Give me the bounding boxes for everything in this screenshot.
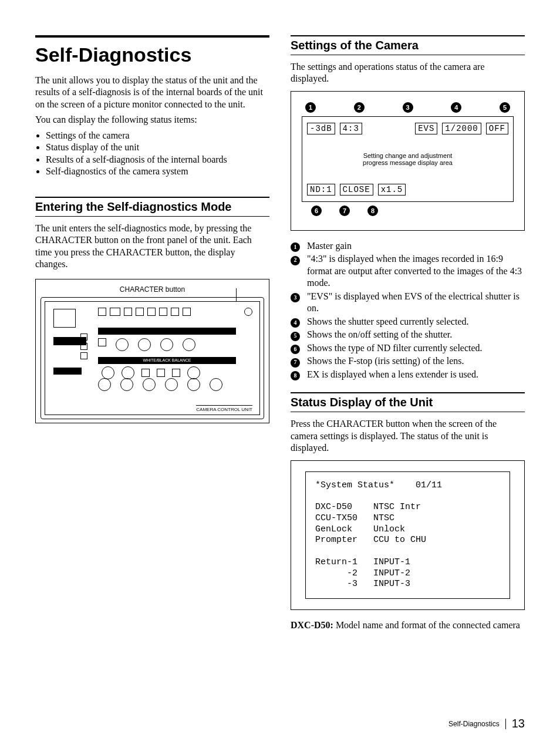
camera-settings-heading: Settings of the Camera xyxy=(291,35,525,55)
screen-message-line1: Setting change and adjustment xyxy=(307,152,508,159)
section-label-bar xyxy=(98,328,236,335)
definition-text: Shows the type of ND filter currently se… xyxy=(307,342,483,354)
button-icon xyxy=(110,308,120,316)
bottom-badge-row: 6 7 8 xyxy=(311,205,510,216)
switch-icon xyxy=(157,369,165,377)
dxc-note-bold: DXC-D50: xyxy=(291,620,333,630)
camera-screen: -3dB 4:3 EVS 1/2000 OFF Setting change a… xyxy=(302,116,514,202)
callout-1-icon: 1 xyxy=(305,102,316,113)
device-figure: CHARACTER button xyxy=(35,279,269,423)
shutter-speed-value: 1/2000 xyxy=(442,123,481,134)
callout-8-icon: 8 xyxy=(367,205,378,216)
leader-line xyxy=(236,288,237,301)
knob-icon xyxy=(165,378,178,391)
footer-separator xyxy=(505,719,506,729)
device-panel-inner: WHITE/BLACK BALANCE xyxy=(45,301,260,415)
screw-icon xyxy=(244,308,252,316)
knob-row-1 xyxy=(98,338,195,351)
shutter-onoff-value: OFF xyxy=(486,123,508,134)
switch-icon xyxy=(141,369,150,377)
definition-item: 1Master gain xyxy=(291,240,525,252)
dxc-note-rest: Model name and format of the connected c… xyxy=(333,620,520,630)
list-item: Settings of the camera xyxy=(46,130,269,141)
system-status-figure: *System Status* 01/11 DXC-D50 NTSC Intr … xyxy=(291,460,525,611)
callout-5-icon: 5 xyxy=(500,102,510,113)
definition-item: 8EX is displayed when a lens extender is… xyxy=(291,369,525,380)
button-icon xyxy=(147,308,156,316)
switch-icon xyxy=(172,369,180,377)
button-icon xyxy=(124,308,132,316)
callout-2-icon: 2 xyxy=(354,102,365,113)
page-footer: Self-Diagnostics 13 xyxy=(448,717,525,730)
definition-item: 3"EVS" is displayed when EVS of the elec… xyxy=(291,291,525,315)
definition-text: Shows the shutter speed currently select… xyxy=(307,316,468,328)
knob-icon xyxy=(116,338,129,351)
left-column: Self-Diagnostics The unit allows you to … xyxy=(35,35,269,635)
wb-controls-row xyxy=(102,366,200,379)
led-icon xyxy=(80,343,87,350)
definition-item: 5Shows the on/off setting of the shutter… xyxy=(291,329,525,341)
definition-item: 2"4:3" is displayed when the images reco… xyxy=(291,253,525,289)
camera-settings-body: The settings and operations status of th… xyxy=(291,61,525,85)
callout-definitions: 1Master gain 2"4:3" is displayed when th… xyxy=(291,240,525,380)
aspect-value: 4:3 xyxy=(340,123,362,134)
screen-top-row: -3dB 4:3 EVS 1/2000 OFF xyxy=(307,123,508,134)
screen-bottom-row: ND:1 CLOSE x1.5 xyxy=(307,184,508,196)
fstop-value: CLOSE xyxy=(340,184,373,196)
button-icon xyxy=(159,308,167,316)
button-icon xyxy=(171,308,179,316)
evs-value: EVS xyxy=(415,123,437,134)
figure-caption: CHARACTER button xyxy=(41,285,264,294)
callout-4-icon: 4 xyxy=(451,102,461,113)
callout-6-icon: 6 xyxy=(311,205,322,216)
intro-paragraph-1: The unit allows you to display the statu… xyxy=(35,75,269,110)
list-item: Self-diagnostics of the camera system xyxy=(46,166,269,177)
master-gain-value: -3dB xyxy=(307,123,335,134)
knob-icon xyxy=(102,366,114,379)
list-item: Status display of the unit xyxy=(46,141,269,153)
button-icon xyxy=(136,308,144,316)
intro-paragraph-2: You can display the following status ite… xyxy=(35,114,269,126)
led-icon xyxy=(80,352,87,359)
knob-icon xyxy=(210,378,222,391)
camera-settings-figure: 1 2 3 4 5 -3dB 4:3 EVS 1/2000 OFF xyxy=(291,91,525,231)
led-column xyxy=(80,333,87,359)
top-badge-row: 1 2 3 4 5 xyxy=(305,102,510,113)
entering-mode-body: The unit enters the self-diagnostics mod… xyxy=(35,223,269,271)
screen-message-line2: progress message display area xyxy=(307,159,508,166)
dxc-note: DXC-D50: Model name and format of the co… xyxy=(291,619,525,631)
knob-icon xyxy=(120,378,133,391)
knob-icon xyxy=(138,338,151,351)
device-foot-label: CAMERA CONTROL UNIT xyxy=(196,405,252,412)
list-item: Results of a self-diagnosis of the inter… xyxy=(46,154,269,166)
nd-filter-value: ND:1 xyxy=(307,184,335,196)
extender-value: x1.5 xyxy=(378,184,406,196)
definition-text: Shows the on/off setting of the shutter. xyxy=(307,329,452,341)
page-number: 13 xyxy=(512,717,525,730)
definition-item: 7Shows the F-stop (iris setting) of the … xyxy=(291,355,525,367)
character-button-icon xyxy=(183,308,191,316)
switch-icon xyxy=(98,338,106,346)
screen-message-area: Setting change and adjustment progress m… xyxy=(307,152,508,166)
knob-icon xyxy=(187,378,200,391)
callout-7-icon: 7 xyxy=(339,205,350,216)
knob-icon xyxy=(160,338,173,351)
definition-item: 4Shows the shutter speed currently selec… xyxy=(291,316,525,328)
footer-section-label: Self-Diagnostics xyxy=(448,720,500,728)
knob-icon xyxy=(187,366,200,379)
two-column-layout: Self-Diagnostics The unit allows you to … xyxy=(35,35,525,635)
knob-icon xyxy=(122,366,134,379)
led-icon xyxy=(80,333,87,341)
callout-3-icon: 3 xyxy=(403,102,413,113)
status-items-list: Settings of the camera Status display of… xyxy=(35,130,269,178)
status-display-body: Press the CHARACTER button when the scre… xyxy=(291,418,525,454)
page-title: Self-Diagnostics xyxy=(35,35,269,66)
definition-text: "EVS" is displayed when EVS of the elect… xyxy=(307,291,525,315)
definition-text: Shows the F-stop (iris setting) of the l… xyxy=(307,355,464,367)
entering-mode-heading: Entering the Self-diagnostics Mode xyxy=(35,197,269,217)
page: Self-Diagnostics The unit allows you to … xyxy=(0,0,560,748)
system-status-screen: *System Status* 01/11 DXC-D50 NTSC Intr … xyxy=(305,471,510,599)
definition-text: EX is displayed when a lens extender is … xyxy=(307,369,478,380)
status-display-heading: Status Display of the Unit xyxy=(291,392,525,412)
definition-text: "4:3" is displayed when the images recor… xyxy=(307,253,525,289)
